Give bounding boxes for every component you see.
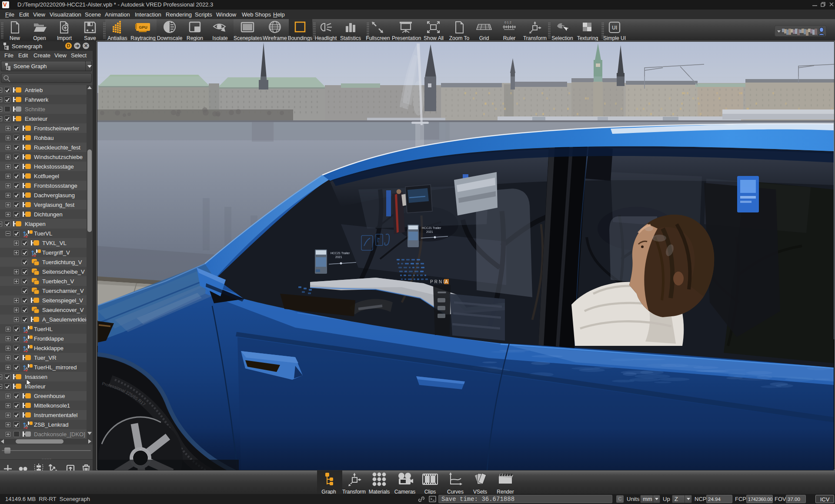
svg-text:A: A — [25, 338, 28, 342]
svg-text:A: A — [25, 232, 28, 237]
svg-text:HCC21 Trailer: HCC21 Trailer — [331, 252, 350, 255]
svg-text:2021: 2021 — [335, 255, 342, 259]
svg-text:A: A — [25, 366, 28, 371]
svg-text:A: A — [25, 347, 28, 351]
svg-text:HCC21 Trailer: HCC21 Trailer — [422, 226, 441, 229]
svg-text:GPU: GPU — [139, 25, 147, 30]
svg-text:A: A — [33, 252, 36, 256]
svg-text:UI: UI — [612, 25, 617, 31]
svg-text:A: A — [25, 328, 28, 332]
svg-text:0 1 2: 0 1 2 — [504, 21, 511, 24]
svg-text:A: A — [445, 279, 448, 284]
svg-text:2021: 2021 — [426, 230, 433, 233]
svg-text:A: A — [25, 424, 28, 428]
